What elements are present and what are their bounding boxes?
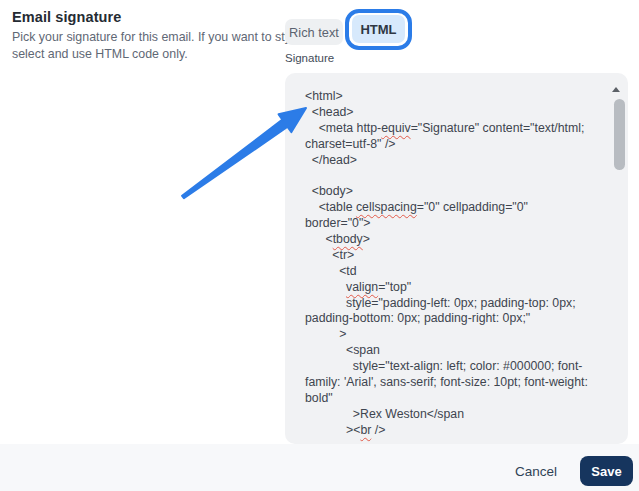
signature-field-label: Signature xyxy=(285,52,334,64)
code-line: </head> xyxy=(305,153,602,169)
cancel-button[interactable]: Cancel xyxy=(505,458,567,485)
code-line: >Rex Weston</span xyxy=(305,407,602,423)
save-button[interactable]: Save xyxy=(580,456,633,486)
code-line: <table cellspacing="0" cellpadding="0" xyxy=(305,200,602,216)
code-line: padding-bottom: 0px; padding-right: 0px;… xyxy=(305,311,602,327)
code-line: border="0"> xyxy=(305,216,602,232)
scrollbar-thumb[interactable] xyxy=(614,99,625,170)
code-line: style="text-align: left; color: #000000;… xyxy=(305,359,602,375)
code-line: <meta http-equiv="Signature" content="te… xyxy=(305,121,602,137)
code-line: > xyxy=(305,327,602,343)
signature-code-editor[interactable]: <html> <head> <meta http-equiv="Signatur… xyxy=(285,73,628,444)
panel-description-line: select and use HTML code only. xyxy=(12,46,314,63)
code-line: family: 'Arial', sans-serif; font-size: … xyxy=(305,375,602,391)
tab-html[interactable]: HTML xyxy=(352,15,405,43)
code-line: valign="top" xyxy=(305,280,602,296)
email-signature-panel: Email signature Pick your signature for … xyxy=(0,0,639,491)
tab-rich-text[interactable]: Rich text xyxy=(285,19,343,45)
panel-description-line: Pick your signature for this email. If y… xyxy=(12,29,314,46)
code-line xyxy=(305,168,602,184)
page-title: Email signature xyxy=(12,9,121,25)
code-line: <body> xyxy=(305,184,602,200)
code-line: <html> xyxy=(305,89,602,105)
code-line: ><br /> xyxy=(305,423,602,439)
code-line: style="padding-left: 0px; padding-top: 0… xyxy=(305,296,602,312)
code-line: <span xyxy=(305,343,602,359)
code-line: <td xyxy=(305,264,602,280)
code-line: <tbody> xyxy=(305,232,602,248)
code-line: <head> xyxy=(305,105,602,121)
code-line: <tr> xyxy=(305,248,602,264)
signature-code-content: <html> <head> <meta http-equiv="Signatur… xyxy=(305,89,602,439)
scroll-up-icon[interactable] xyxy=(612,87,620,92)
panel-description: Pick your signature for this email. If y… xyxy=(12,29,314,62)
code-line: charset=utf-8" /> xyxy=(305,137,602,153)
code-line: bold" xyxy=(305,391,602,407)
